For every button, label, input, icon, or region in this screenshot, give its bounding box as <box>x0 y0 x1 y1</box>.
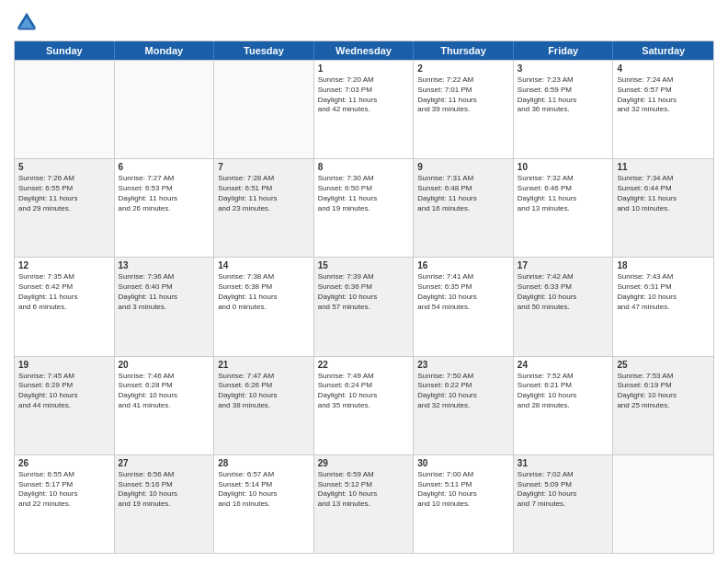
day-info: Sunrise: 6:59 AM Sunset: 5:12 PM Dayligh… <box>318 470 410 510</box>
day-info: Sunrise: 7:32 AM Sunset: 6:46 PM Dayligh… <box>518 174 609 213</box>
day-info: Sunrise: 7:35 AM Sunset: 6:42 PM Dayligh… <box>18 272 110 312</box>
day-number: 15 <box>318 260 410 270</box>
calendar-cell-17: 17Sunrise: 7:42 AM Sunset: 6:33 PM Dayli… <box>514 258 614 355</box>
day-number: 7 <box>218 162 310 172</box>
calendar-cell-2: 2Sunrise: 7:22 AM Sunset: 7:01 PM Daylig… <box>414 61 514 158</box>
day-info: Sunrise: 6:55 AM Sunset: 5:17 PM Dayligh… <box>18 470 110 510</box>
day-number: 25 <box>617 360 710 370</box>
day-number: 30 <box>417 458 509 468</box>
day-number: 23 <box>417 360 509 370</box>
day-info: Sunrise: 7:43 AM Sunset: 6:31 PM Dayligh… <box>617 272 710 312</box>
calendar-cell-18: 18Sunrise: 7:43 AM Sunset: 6:31 PM Dayli… <box>613 258 713 355</box>
weekday-header-tuesday: Tuesday <box>214 41 314 60</box>
day-number: 2 <box>417 63 509 74</box>
day-info: Sunrise: 7:24 AM Sunset: 6:57 PM Dayligh… <box>617 75 710 115</box>
day-info: Sunrise: 7:38 AM Sunset: 6:38 PM Dayligh… <box>218 272 310 312</box>
weekday-header-wednesday: Wednesday <box>314 41 415 60</box>
day-info: Sunrise: 7:36 AM Sunset: 6:40 PM Dayligh… <box>119 272 210 312</box>
day-number: 24 <box>518 360 609 370</box>
calendar-cell-9: 9Sunrise: 7:31 AM Sunset: 6:48 PM Daylig… <box>414 159 514 257</box>
day-number: 28 <box>218 458 310 468</box>
day-info: Sunrise: 7:46 AM Sunset: 6:28 PM Dayligh… <box>119 372 210 411</box>
calendar-cell-10: 10Sunrise: 7:32 AM Sunset: 6:46 PM Dayli… <box>514 159 614 257</box>
day-number: 9 <box>417 162 509 172</box>
calendar-cell-15: 15Sunrise: 7:39 AM Sunset: 6:36 PM Dayli… <box>314 258 415 355</box>
day-info: Sunrise: 7:31 AM Sunset: 6:48 PM Dayligh… <box>417 174 509 213</box>
day-info: Sunrise: 7:02 AM Sunset: 5:09 PM Dayligh… <box>518 470 609 510</box>
day-number: 29 <box>318 458 410 468</box>
day-number: 4 <box>617 63 710 74</box>
day-number: 10 <box>518 162 609 172</box>
day-info: Sunrise: 6:57 AM Sunset: 5:14 PM Dayligh… <box>218 470 310 510</box>
logo <box>14 9 43 35</box>
calendar-cell-1: 1Sunrise: 7:20 AM Sunset: 7:03 PM Daylig… <box>314 61 415 158</box>
calendar-cell-16: 16Sunrise: 7:41 AM Sunset: 6:35 PM Dayli… <box>414 258 514 355</box>
calendar-cell-22: 22Sunrise: 7:49 AM Sunset: 6:24 PM Dayli… <box>314 357 415 454</box>
calendar-cell-6: 6Sunrise: 7:27 AM Sunset: 6:53 PM Daylig… <box>115 159 215 257</box>
calendar-cell-28: 28Sunrise: 6:57 AM Sunset: 5:14 PM Dayli… <box>214 455 314 553</box>
calendar-cell-20: 20Sunrise: 7:46 AM Sunset: 6:28 PM Dayli… <box>115 357 215 454</box>
calendar-cell-7: 7Sunrise: 7:28 AM Sunset: 6:51 PM Daylig… <box>214 159 314 257</box>
day-info: Sunrise: 7:27 AM Sunset: 6:53 PM Dayligh… <box>119 174 210 213</box>
weekday-header-saturday: Saturday <box>613 41 713 60</box>
calendar-body: 1Sunrise: 7:20 AM Sunset: 7:03 PM Daylig… <box>15 60 713 553</box>
calendar-cell-26: 26Sunrise: 6:55 AM Sunset: 5:17 PM Dayli… <box>15 455 115 553</box>
page: SundayMondayTuesdayWednesdayThursdayFrid… <box>0 0 728 563</box>
calendar-cell-29: 29Sunrise: 6:59 AM Sunset: 5:12 PM Dayli… <box>314 455 415 553</box>
day-number: 21 <box>218 360 310 370</box>
day-info: Sunrise: 7:53 AM Sunset: 6:19 PM Dayligh… <box>617 372 710 411</box>
calendar-cell-21: 21Sunrise: 7:47 AM Sunset: 6:26 PM Dayli… <box>214 357 314 454</box>
day-info: Sunrise: 7:45 AM Sunset: 6:29 PM Dayligh… <box>18 372 110 411</box>
day-info: Sunrise: 7:20 AM Sunset: 7:03 PM Dayligh… <box>318 75 410 115</box>
calendar-cell-24: 24Sunrise: 7:52 AM Sunset: 6:21 PM Dayli… <box>514 357 614 454</box>
day-info: Sunrise: 7:41 AM Sunset: 6:35 PM Dayligh… <box>417 272 509 312</box>
day-info: Sunrise: 7:00 AM Sunset: 5:11 PM Dayligh… <box>417 470 509 510</box>
day-number: 11 <box>617 162 710 172</box>
day-info: Sunrise: 7:28 AM Sunset: 6:51 PM Dayligh… <box>218 174 310 213</box>
day-number: 6 <box>119 162 210 172</box>
day-info: Sunrise: 7:52 AM Sunset: 6:21 PM Dayligh… <box>518 372 609 411</box>
calendar-row-0: 1Sunrise: 7:20 AM Sunset: 7:03 PM Daylig… <box>15 60 713 158</box>
calendar-cell-14: 14Sunrise: 7:38 AM Sunset: 6:38 PM Dayli… <box>214 258 314 355</box>
calendar-cell-12: 12Sunrise: 7:35 AM Sunset: 6:42 PM Dayli… <box>15 258 115 355</box>
svg-rect-2 <box>18 29 36 30</box>
weekday-header-sunday: Sunday <box>15 41 115 60</box>
day-info: Sunrise: 7:42 AM Sunset: 6:33 PM Dayligh… <box>518 272 609 312</box>
calendar-cell-empty-6 <box>613 455 713 553</box>
day-number: 12 <box>18 260 110 270</box>
day-number: 26 <box>18 458 110 468</box>
calendar-row-3: 19Sunrise: 7:45 AM Sunset: 6:29 PM Dayli… <box>15 356 713 454</box>
day-number: 5 <box>18 162 110 172</box>
day-info: Sunrise: 7:23 AM Sunset: 6:59 PM Dayligh… <box>518 75 609 115</box>
calendar-header: SundayMondayTuesdayWednesdayThursdayFrid… <box>15 41 713 60</box>
day-number: 19 <box>18 360 110 370</box>
calendar-row-4: 26Sunrise: 6:55 AM Sunset: 5:17 PM Dayli… <box>15 454 713 553</box>
day-number: 31 <box>518 458 609 468</box>
weekday-header-thursday: Thursday <box>414 41 514 60</box>
day-info: Sunrise: 7:26 AM Sunset: 6:55 PM Dayligh… <box>18 174 110 213</box>
calendar-row-1: 5Sunrise: 7:26 AM Sunset: 6:55 PM Daylig… <box>15 158 713 257</box>
day-number: 1 <box>318 63 410 74</box>
calendar-cell-30: 30Sunrise: 7:00 AM Sunset: 5:11 PM Dayli… <box>414 455 514 553</box>
day-number: 27 <box>119 458 210 468</box>
day-number: 18 <box>617 260 710 270</box>
calendar-cell-13: 13Sunrise: 7:36 AM Sunset: 6:40 PM Dayli… <box>115 258 215 355</box>
calendar-cell-11: 11Sunrise: 7:34 AM Sunset: 6:44 PM Dayli… <box>613 159 713 257</box>
calendar-cell-25: 25Sunrise: 7:53 AM Sunset: 6:19 PM Dayli… <box>613 357 713 454</box>
logo-icon <box>14 9 40 35</box>
header <box>14 9 714 35</box>
calendar-cell-31: 31Sunrise: 7:02 AM Sunset: 5:09 PM Dayli… <box>514 455 614 553</box>
day-number: 22 <box>318 360 410 370</box>
calendar-row-2: 12Sunrise: 7:35 AM Sunset: 6:42 PM Dayli… <box>15 257 713 355</box>
calendar-cell-3: 3Sunrise: 7:23 AM Sunset: 6:59 PM Daylig… <box>514 61 614 158</box>
weekday-header-friday: Friday <box>514 41 614 60</box>
calendar-cell-empty-0 <box>15 61 115 158</box>
day-info: Sunrise: 6:56 AM Sunset: 5:16 PM Dayligh… <box>119 470 210 510</box>
day-info: Sunrise: 7:50 AM Sunset: 6:22 PM Dayligh… <box>417 372 509 411</box>
day-number: 16 <box>417 260 509 270</box>
day-info: Sunrise: 7:34 AM Sunset: 6:44 PM Dayligh… <box>617 174 710 213</box>
day-number: 13 <box>119 260 210 270</box>
day-number: 14 <box>218 260 310 270</box>
weekday-header-monday: Monday <box>115 41 215 60</box>
day-number: 8 <box>318 162 410 172</box>
